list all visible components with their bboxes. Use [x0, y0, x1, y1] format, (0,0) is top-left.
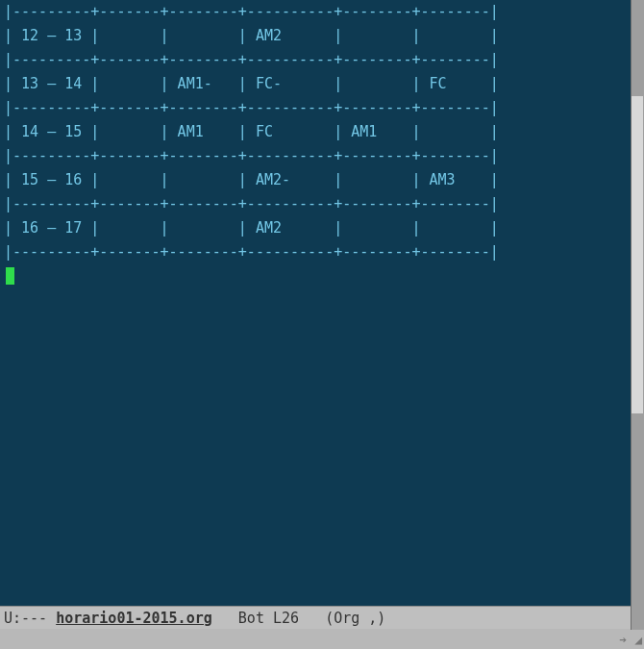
modeline-modes: (Org ,)	[325, 610, 385, 627]
resize-arrow-icon: ➔	[619, 633, 627, 647]
emacs-frame: |---------+-------+--------+----------+-…	[0, 0, 644, 649]
modeline-filename: horario01-2015.org	[56, 610, 212, 627]
editor-area[interactable]: |---------+-------+--------+----------+-…	[0, 0, 631, 606]
modeline-position: Bot L26	[212, 610, 325, 627]
vertical-scrollbar[interactable]	[631, 0, 644, 630]
modeline-status: U:---	[4, 610, 56, 627]
window-bottom-strip: ➔ ◢	[0, 630, 644, 649]
mode-line[interactable]: U:--- horario01-2015.org Bot L26 (Org ,)	[0, 606, 631, 629]
buffer-text: |---------+-------+--------+----------+-…	[0, 0, 631, 264]
text-cursor	[6, 267, 14, 285]
scrollbar-thumb[interactable]	[632, 96, 643, 413]
resize-grip-icon[interactable]: ◢	[634, 633, 642, 647]
